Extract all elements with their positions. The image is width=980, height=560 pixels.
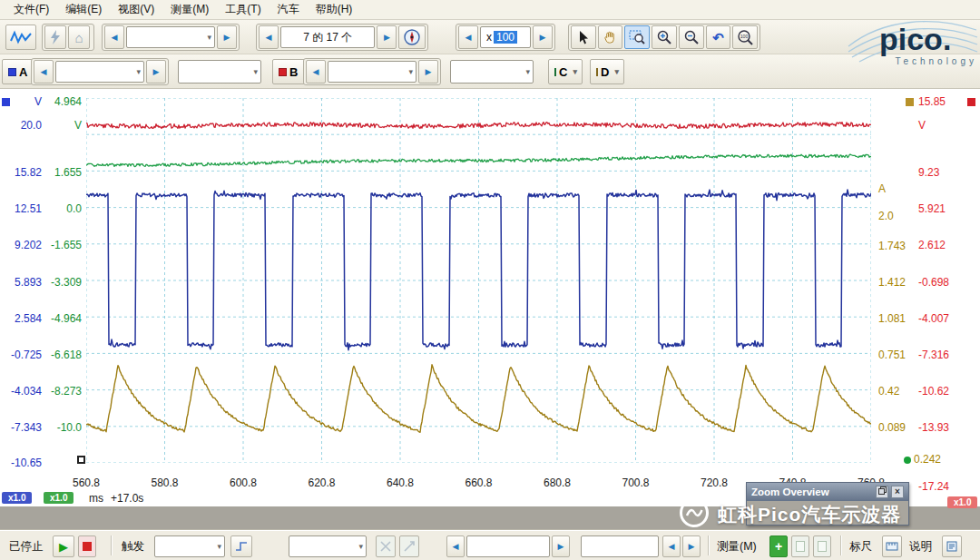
- delete-measurement-button[interactable]: [813, 535, 831, 557]
- add-measurement-button[interactable]: +: [769, 535, 788, 557]
- trigger-prev-button[interactable]: ◀: [446, 535, 465, 557]
- menu-edit[interactable]: 编辑(E): [57, 0, 110, 20]
- trigger-marker-button[interactable]: [230, 535, 252, 557]
- channel-b-range-down[interactable]: ◀: [306, 60, 326, 84]
- axis-label: -10.0: [44, 421, 82, 434]
- close-icon[interactable]: ×: [891, 486, 904, 498]
- time-offset: +17.0s: [111, 492, 143, 505]
- rulers-label: 标尺: [849, 539, 872, 555]
- axis-label: -4.034: [0, 385, 42, 398]
- time-unit: ms: [89, 492, 103, 505]
- waveform-nav-group: ◀ 7 的 17 个 ▶: [256, 24, 428, 51]
- channel-b-coupling-select[interactable]: ▾: [450, 60, 534, 84]
- zoom-out-tool[interactable]: [679, 25, 704, 49]
- navigator-button[interactable]: [398, 25, 426, 49]
- prev-waveform-button[interactable]: ◀: [259, 25, 279, 49]
- menu-measure[interactable]: 测量(M): [162, 0, 217, 20]
- prev-buffer-button[interactable]: ◀: [104, 25, 124, 49]
- chevron-down-icon: ▾: [573, 67, 577, 76]
- hand-icon: [603, 30, 618, 45]
- channel-c-button[interactable]: C ▾: [548, 59, 583, 84]
- zoom-overview-title: Zoom Overview: [751, 486, 873, 497]
- axis-label: -6.618: [44, 349, 82, 361]
- waveform-plot[interactable]: [86, 98, 871, 463]
- zoom-in-tool[interactable]: [652, 25, 677, 49]
- connect-device-button[interactable]: [44, 25, 66, 49]
- channel-d-button[interactable]: D ▾: [590, 59, 624, 84]
- chevron-down-icon: ▾: [253, 67, 258, 76]
- pretrigger-prev-button[interactable]: ◀: [662, 535, 681, 557]
- trigger-mode-select[interactable]: ▾: [154, 535, 225, 557]
- zoom-level-group: ◀ x 100 ▶: [456, 24, 555, 51]
- trigger-next-button[interactable]: ▶: [552, 535, 570, 557]
- cursor-tool-button[interactable]: [376, 535, 396, 557]
- channel-a-range-group: ◀ ▾ ▶: [31, 58, 169, 85]
- waveform-count-field: 7 的 17 个: [280, 26, 375, 48]
- axis-label: -7.343: [0, 421, 42, 434]
- channel-a-color-swatch: [8, 68, 16, 76]
- edit-measurement-button[interactable]: [791, 535, 809, 557]
- channel-b-range-select[interactable]: ▾: [328, 61, 416, 83]
- start-button[interactable]: ▶: [53, 535, 74, 557]
- next-waveform-button[interactable]: ▶: [377, 25, 397, 49]
- menu-tools[interactable]: 工具(T): [217, 0, 269, 20]
- buffer-select[interactable]: ▾: [126, 26, 215, 48]
- separator: [708, 535, 710, 555]
- lightning-icon: [50, 30, 61, 44]
- waveform-button[interactable]: [5, 25, 36, 50]
- axis-label: -0.698: [918, 276, 969, 289]
- separator: [111, 535, 113, 555]
- axis-label: -4.007: [918, 312, 969, 325]
- channel-a-range-select[interactable]: ▾: [55, 61, 144, 83]
- chevron-down-icon: ▾: [614, 67, 619, 76]
- menu-view[interactable]: 视图(V): [110, 0, 162, 20]
- diagonal-cursor-button[interactable]: [399, 535, 419, 557]
- trigger-level-field[interactable]: [466, 535, 550, 557]
- zoom-level-field[interactable]: x 100: [480, 26, 531, 48]
- home-icon: ⌂: [74, 31, 83, 44]
- trigger-label: 触发: [122, 539, 144, 555]
- channel-b-range-up[interactable]: ▶: [418, 60, 438, 84]
- menu-help[interactable]: 帮助(H): [308, 0, 361, 20]
- zoom-decrease-button[interactable]: ◀: [458, 25, 478, 49]
- notes-button[interactable]: [942, 535, 962, 557]
- x-axis-label: 560.8: [62, 476, 111, 489]
- axis-label: 5.921: [918, 202, 969, 215]
- left-arrow-icon: ◀: [313, 68, 319, 76]
- channel-a-range-down[interactable]: ◀: [34, 60, 54, 84]
- window-zoom-tool[interactable]: [624, 25, 650, 49]
- stop-button[interactable]: [78, 535, 96, 557]
- channel-a-coupling-select[interactable]: ▾: [178, 60, 261, 84]
- pretrigger-field[interactable]: [581, 535, 659, 557]
- axis-label: V: [44, 119, 82, 132]
- cursor-icon: [576, 30, 591, 45]
- zoom-increase-button[interactable]: ▶: [533, 25, 553, 49]
- axis-label: 15.85: [918, 95, 969, 108]
- waveform-buffer-group: ◀ ▾ ▶: [102, 24, 240, 51]
- menu-automotive[interactable]: 汽车: [270, 0, 308, 20]
- notes-label: 说明: [909, 539, 932, 555]
- channel-a-range-up[interactable]: ▶: [146, 60, 166, 84]
- pretrigger-next-button[interactable]: ▶: [682, 535, 701, 557]
- menu-file[interactable]: 文件(F): [5, 0, 57, 20]
- zoom-value-selected: 100: [494, 31, 517, 44]
- axis-right-inner: A2.01.7431.4121.0810.7510.420.0890.242: [878, 98, 918, 505]
- popout-icon[interactable]: [876, 486, 888, 498]
- x-axis-label: 660.8: [455, 476, 504, 489]
- axis-label: -0.725: [0, 349, 42, 361]
- axis-label: 1.743: [878, 240, 918, 252]
- watermark: 虹科Pico汽车示波器: [679, 497, 901, 531]
- hand-tool[interactable]: [598, 25, 623, 49]
- normal-selection-tool[interactable]: [571, 25, 596, 49]
- zoom-full-button[interactable]: 100: [732, 25, 758, 49]
- home-button[interactable]: ⌂: [68, 25, 90, 49]
- axis-left-inner: 4.964V1.6550.0-1.655-3.309-4.964-6.618-8…: [44, 98, 82, 505]
- next-buffer-button[interactable]: ▶: [217, 25, 237, 49]
- waveform-icon: [10, 30, 32, 44]
- axis-label: 12.51: [0, 202, 42, 215]
- rulers-button[interactable]: [882, 535, 902, 557]
- undo-zoom-button[interactable]: ↶: [706, 25, 731, 49]
- axis-label: -1.655: [44, 239, 82, 251]
- zoom-in-icon: [656, 29, 672, 45]
- trigger-source-select[interactable]: ▾: [289, 535, 367, 557]
